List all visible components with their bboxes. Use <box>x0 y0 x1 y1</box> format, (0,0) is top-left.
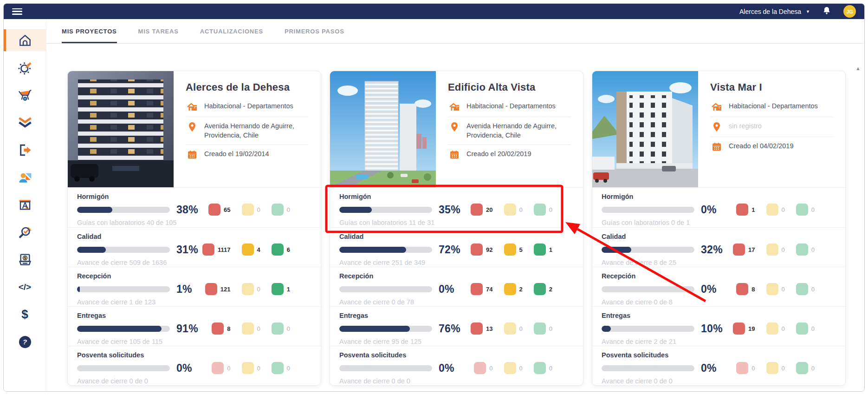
project-created-row: Creado el 20/02/2019 <box>448 145 571 165</box>
badge-count: 17 <box>748 246 755 253</box>
stat-label: Calidad <box>77 233 202 240</box>
stat-percent: 0% <box>701 362 717 375</box>
status-badge: 1 <box>272 283 290 295</box>
tab-primeros-pasos[interactable]: PRIMEROS PASOS <box>285 19 344 43</box>
badge-square <box>796 362 808 374</box>
badge-square <box>796 283 808 295</box>
project-photo <box>330 71 436 187</box>
badge-square <box>766 362 778 374</box>
badge-count: 0 <box>227 365 230 372</box>
hamburger-menu-icon[interactable] <box>12 8 22 15</box>
stat-row: Posventa solicitudes 0% Avance de cierre… <box>68 346 321 385</box>
status-badge: 0 <box>504 323 523 335</box>
badge-group: 0 0 0 <box>212 362 311 374</box>
badge-count: 0 <box>811 365 815 372</box>
status-badge: 121 <box>205 283 231 295</box>
badge-group: 17 0 0 <box>733 244 836 256</box>
progress-bar <box>339 365 432 371</box>
badge-group: 8 0 0 <box>736 283 836 295</box>
badge-square <box>766 204 778 216</box>
sidebar-item-settings[interactable] <box>4 57 46 79</box>
project-type: Habitacional - Departamentos <box>466 101 556 111</box>
badge-count: 0 <box>519 325 523 332</box>
progress-fill <box>602 247 631 253</box>
badge-square <box>534 362 546 374</box>
badge-square <box>504 283 516 295</box>
badge-count: 0 <box>519 365 523 372</box>
help-icon: ? <box>19 336 31 348</box>
sidebar-item-home[interactable] <box>4 29 46 51</box>
badge-count: 8 <box>227 325 230 332</box>
badge-count: 2 <box>549 286 552 293</box>
notifications-button[interactable] <box>822 6 831 17</box>
progress-fill <box>602 326 611 332</box>
project-card[interactable]: Vista Mar I Habitacional - Departamentos… <box>592 71 846 386</box>
badge-count: 0 <box>287 325 290 332</box>
progress-fill <box>77 286 80 292</box>
badge-group: 1 0 0 <box>736 204 836 216</box>
sidebar-item-inspection[interactable] <box>4 221 46 243</box>
badge-square <box>242 283 254 295</box>
project-card[interactable]: Alerces de la Dehesa Habitacional - Depa… <box>67 71 321 386</box>
status-badge: 0 <box>796 244 815 256</box>
double-check-icon <box>18 115 32 130</box>
account-menu[interactable]: Alerces de la Dehesa ▼ <box>739 8 810 15</box>
status-badge: 0 <box>504 362 523 374</box>
stat-row: Hormigón 38% Guías con laboratorios 40 d… <box>68 188 321 227</box>
sidebar-item-users[interactable] <box>4 166 46 188</box>
project-card[interactable]: Edificio Alta Vista Habitacional - Depar… <box>330 71 583 386</box>
tab-mis-tareas[interactable]: MIS TAREAS <box>138 19 179 43</box>
status-badge: 0 <box>796 362 815 374</box>
project-header: Alerces de la Dehesa Habitacional - Depa… <box>68 71 321 187</box>
sidebar-item-billing[interactable] <box>4 249 46 270</box>
stat-label: Recepción <box>77 272 205 280</box>
sidebar-item-integrations[interactable]: </> <box>4 276 46 298</box>
stat-subtitle: Avance de cierre 251 de 349 <box>339 259 471 266</box>
stat-percent: 91% <box>176 323 198 335</box>
stat-row: Calidad 31% Avance de cierre 509 de 1636… <box>68 227 321 267</box>
stat-percent: 38% <box>176 204 198 216</box>
sidebar-item-help[interactable]: ? <box>4 331 46 353</box>
status-badge: 65 <box>208 204 230 216</box>
badge-count: 1 <box>751 206 755 213</box>
badge-count: 0 <box>782 286 785 293</box>
badge-group: 8 0 0 <box>212 323 311 335</box>
badge-count: 92 <box>486 246 492 253</box>
status-badge: 0 <box>766 283 785 295</box>
location-pin-icon <box>449 121 460 132</box>
stat-subtitle: Avance de cierre 2 de 21 <box>602 338 733 345</box>
status-badge: 0 <box>766 323 785 335</box>
badge-group: 92 5 1 <box>471 244 574 256</box>
stat-percent: 0% <box>176 362 192 375</box>
stat-subtitle: Guías con laboratorios 11 de 31 <box>339 219 471 226</box>
scroll-up-icon[interactable]: ▲ <box>855 66 861 71</box>
stat-label: Entregas <box>602 312 733 319</box>
progress-bar <box>602 247 694 253</box>
status-badge: 0 <box>534 362 552 374</box>
stat-row: Entregas 76% Avance de cierre 95 de 125 … <box>330 306 583 346</box>
sidebar-item-materials[interactable] <box>4 84 46 106</box>
sidebar-item-tasks[interactable] <box>4 112 46 133</box>
stats-list: Hormigón 38% Guías con laboratorios 40 d… <box>68 187 321 385</box>
badge-count: 0 <box>782 246 785 253</box>
tab-bar: MIS PROYECTOS MIS TAREAS ACTUALIZACIONES… <box>46 19 864 44</box>
sidebar-item-door-arrow[interactable] <box>4 139 46 161</box>
avatar[interactable]: JG <box>843 5 856 18</box>
status-badge: 0 <box>242 204 260 216</box>
stat-subtitle: Avance de cierre 1 de 123 <box>77 298 205 306</box>
location-pin-icon <box>711 121 722 132</box>
tab-actualizaciones[interactable]: ACTUALIZACIONES <box>200 19 263 43</box>
project-header: Edificio Alta Vista Habitacional - Depar… <box>330 71 583 187</box>
tab-mis-proyectos[interactable]: MIS PROYECTOS <box>62 19 117 43</box>
stat-percent: 0% <box>439 362 454 375</box>
progress-fill <box>339 247 406 253</box>
badge-count: 0 <box>811 286 815 293</box>
sidebar-item-planning[interactable] <box>4 194 46 216</box>
progress-fill <box>77 247 106 253</box>
sidebar-item-finance[interactable]: $ <box>4 303 46 325</box>
badge-square <box>736 204 748 216</box>
badge-count: 0 <box>549 365 552 372</box>
dollar-icon: $ <box>21 307 28 322</box>
status-badge: 0 <box>766 362 785 374</box>
badge-group: 121 0 1 <box>205 283 311 295</box>
